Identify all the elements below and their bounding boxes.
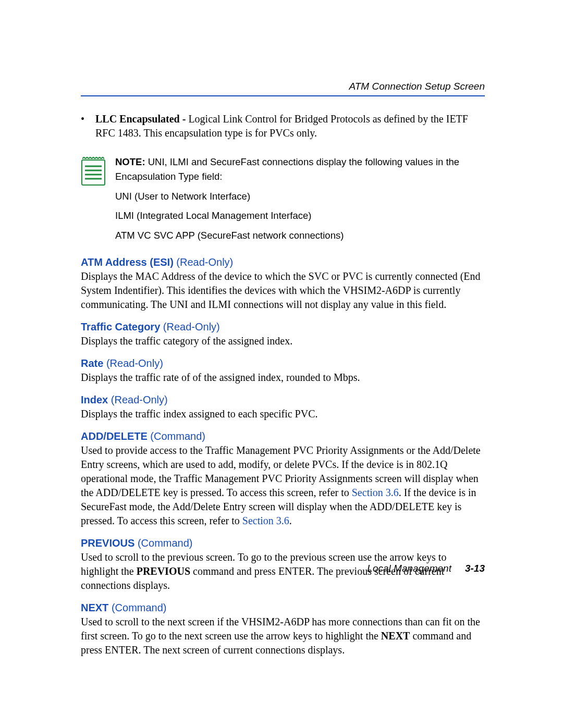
sec-head-previous: PREVIOUS <box>81 537 134 549</box>
page: ATM Connection Setup Screen • LLC Encaps… <box>0 0 563 728</box>
bullet-llc-encapsulated: • LLC Encapsulated - Logical Link Contro… <box>81 112 485 140</box>
sec-head-traffic-category: Traffic Category <box>81 321 160 332</box>
note-body: NOTE: UNI, ILMI and SecureFast connectio… <box>115 155 485 243</box>
sec-qual-traffic-category: (Read-Only) <box>160 321 219 332</box>
bullet-dash: - <box>180 113 189 125</box>
sec-body-add-delete: Used to provide access to the Traffic Ma… <box>81 443 485 528</box>
xref-section-3-6-b[interactable]: Section 3.6 <box>242 515 289 526</box>
section-traffic-category: Traffic Category (Read-Only) Displays th… <box>81 321 485 348</box>
sec-head-index: Index <box>81 394 108 405</box>
sec-body-index: Displays the traffic index assigned to e… <box>81 407 485 421</box>
note-line-1: UNI (User to Network Interface) <box>115 189 485 204</box>
svg-rect-0 <box>82 160 105 185</box>
sec-body-traffic-category: Displays the traffic category of the ass… <box>81 334 485 348</box>
note-intro: UNI, ILMI and SecureFast connections dis… <box>115 156 459 182</box>
sec-qual-atm-address: (Read-Only) <box>174 256 233 268</box>
section-atm-address: ATM Address (ESI) (Read-Only) Displays t… <box>81 256 485 312</box>
footer-page-number: 3-13 <box>465 563 485 574</box>
header-rule <box>81 95 485 96</box>
note-block: NOTE: UNI, ILMI and SecureFast connectio… <box>81 155 485 243</box>
sec-qual-add-delete: (Command) <box>148 430 205 442</box>
sec-head-rate: Rate <box>81 357 103 369</box>
sec-qual-next: (Command) <box>108 602 166 613</box>
sec-head-atm-address: ATM Address (ESI) <box>81 256 174 268</box>
note-icon-cell <box>81 155 115 243</box>
bullet-body: LLC Encapsulated - Logical Link Control … <box>95 112 485 140</box>
ad-body-c: . <box>289 515 292 526</box>
sec-head-add-delete: ADD/DELETE <box>81 430 148 442</box>
section-index: Index (Read-Only) Displays the traffic i… <box>81 394 485 421</box>
sec-body-atm-address: Displays the MAC Address of the device t… <box>81 269 485 312</box>
page-footer: Local Management 3-13 <box>81 563 485 574</box>
sec-qual-previous: (Command) <box>134 537 192 549</box>
header-title: ATM Connection Setup Screen <box>81 81 485 92</box>
xref-section-3-6-a[interactable]: Section 3.6 <box>352 487 399 498</box>
note-label: NOTE: <box>115 156 145 167</box>
sec-head-next: NEXT <box>81 602 108 613</box>
sec-qual-index: (Read-Only) <box>108 394 167 405</box>
sec-body-rate: Displays the traffic rate of of the assi… <box>81 371 485 385</box>
section-rate: Rate (Read-Only) Displays the traffic ra… <box>81 357 485 385</box>
section-next: NEXT (Command) Used to scroll to the nex… <box>81 602 485 657</box>
bullet-icon: • <box>81 112 95 140</box>
note-line-2: ILMI (Integrated Local Management Interf… <box>115 208 485 223</box>
section-add-delete: ADD/DELETE (Command) Used to provide acc… <box>81 430 485 528</box>
sec-body-next: Used to scroll to the next screen if the… <box>81 615 485 657</box>
footer-label: Local Management <box>367 563 451 574</box>
note-intro-line: NOTE: UNI, ILMI and SecureFast connectio… <box>115 155 485 184</box>
sec-qual-rate: (Read-Only) <box>103 357 163 369</box>
note-line-3: ATM VC SVC APP (SecureFast network conne… <box>115 228 485 243</box>
bullet-term: LLC Encapsulated <box>95 113 180 125</box>
note-icon <box>81 156 106 186</box>
next-strong: NEXT <box>381 630 410 641</box>
